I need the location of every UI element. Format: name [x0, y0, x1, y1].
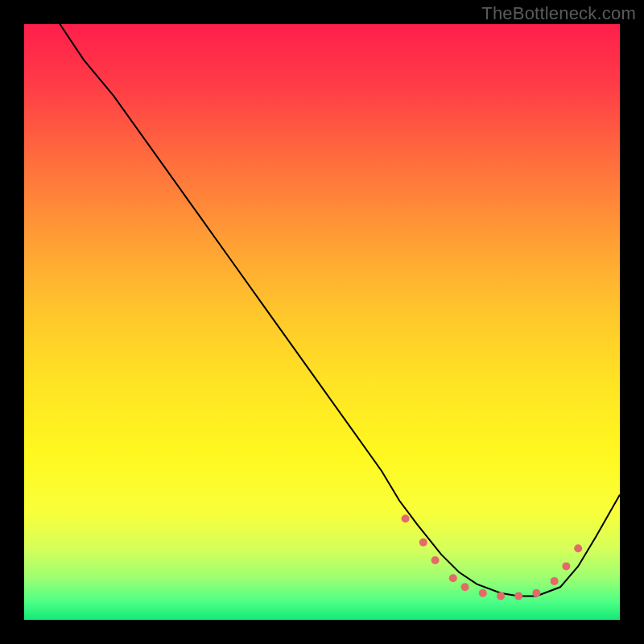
marker-dot: [402, 514, 410, 522]
marker-dot: [461, 583, 469, 591]
plot-frame: [24, 24, 620, 620]
plot-area: [24, 24, 620, 620]
marker-dot: [514, 592, 522, 600]
marker-dot: [574, 544, 582, 552]
marker-dot: [551, 577, 559, 585]
chart-container: TheBottleneck.com: [0, 0, 644, 644]
marker-dot: [419, 539, 427, 547]
marker-dot: [479, 589, 487, 597]
marker-dot: [532, 589, 540, 597]
gradient-background: [24, 24, 620, 620]
marker-dot: [497, 592, 505, 600]
marker-dot: [431, 556, 440, 564]
chart-svg: [24, 24, 620, 620]
watermark-text: TheBottleneck.com: [481, 3, 636, 24]
marker-dot: [562, 562, 570, 570]
marker-dot: [449, 574, 457, 582]
